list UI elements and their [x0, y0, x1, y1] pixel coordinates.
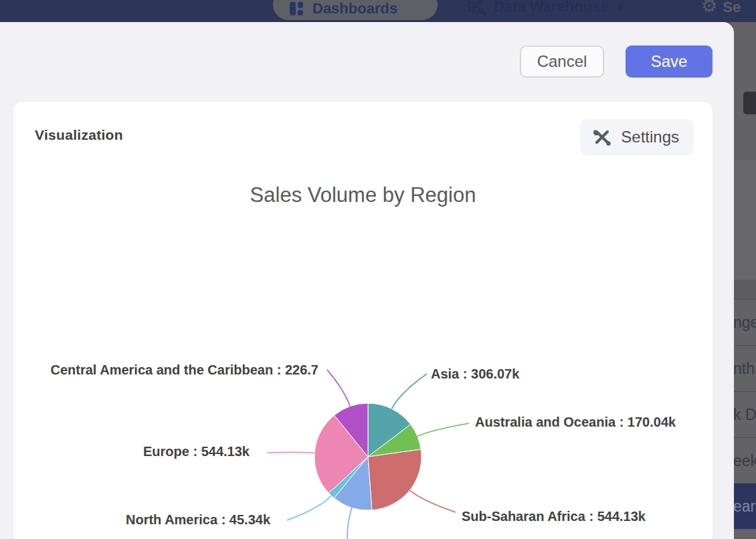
dark-button-fragment: [743, 92, 756, 114]
cancel-button[interactable]: Cancel: [520, 45, 604, 78]
chart-settings-button[interactable]: Settings: [580, 119, 694, 155]
dashboard-icon: [289, 1, 304, 16]
list-item: nth: [734, 345, 756, 391]
chevron-down-icon: ∨: [617, 0, 625, 13]
nav-data-warehouse: Data Warehouse ∨: [467, 0, 625, 22]
chart-title: Sales Volume by Region: [13, 183, 713, 207]
tools-icon: [592, 127, 612, 147]
list-item: eek: [734, 437, 756, 483]
nav-settings: ⚙ Se: [701, 0, 741, 16]
nav-dashboards-label: Dashboards: [312, 0, 397, 17]
section-title: Visualization: [35, 127, 123, 143]
nav-dashboards: Dashboards: [273, 0, 438, 20]
nav-data-warehouse-label: Data Warehouse: [494, 0, 609, 15]
list-item: nge: [734, 299, 756, 345]
list-item: k D: [734, 391, 756, 437]
page-header-band: [734, 280, 756, 299]
list-item-selected: ear: [734, 483, 756, 529]
option-list-fragment: nge nth k D eek ear: [734, 299, 756, 529]
visualization-card: Visualization Settings Sales Volume by R…: [13, 102, 713, 539]
page-band: [734, 160, 756, 280]
screen: Dashboards Data Warehouse ∨ ⚙ Se nge nth: [0, 0, 756, 539]
dimmed-page-strip: nge nth k D eek ear: [734, 22, 756, 539]
nav-settings-label: Se: [723, 0, 741, 16]
save-button[interactable]: Save: [626, 45, 713, 78]
app-topbar: Dashboards Data Warehouse ∨ ⚙ Se: [0, 0, 756, 22]
chart-settings-label: Settings: [621, 128, 679, 146]
database-icon: [467, 0, 486, 17]
card-header: Visualization Settings: [13, 102, 713, 169]
edit-visualization-modal: Cancel Save Visualization Settings: [0, 22, 734, 539]
gear-icon: ⚙: [701, 0, 717, 15]
